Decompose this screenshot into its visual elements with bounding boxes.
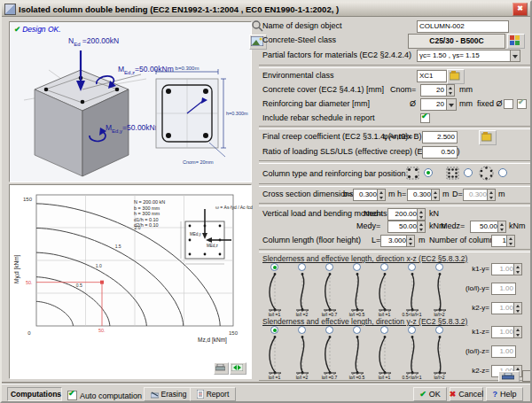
buckling-mode-radio[interactable]: [353, 326, 361, 334]
buckling-mode-option[interactable]: 0.5<lo/l<1: [398, 326, 426, 380]
medy-spinner[interactable]: [417, 221, 426, 233]
print-icon[interactable]: [498, 371, 520, 384]
buckling-mode-option[interactable]: lo/l =2: [288, 263, 316, 317]
column-type-square4-radio[interactable]: [424, 168, 433, 177]
medz-input[interactable]: 50.00: [470, 221, 500, 233]
ned-spinner[interactable]: [417, 208, 426, 221]
buckling-mode-radio[interactable]: [270, 326, 278, 334]
buckling-mode-radio[interactable]: [435, 326, 443, 334]
buckling-mode-radio[interactable]: [298, 326, 306, 334]
dim-b-input[interactable]: 0.300: [353, 189, 379, 201]
buckling-mode-radio[interactable]: [408, 263, 416, 271]
environment-input[interactable]: XC1: [417, 70, 447, 82]
buckling-mode-option[interactable]: lo/l =1: [371, 263, 398, 317]
length-input[interactable]: 3.000: [380, 235, 409, 247]
creep-input[interactable]: 2.500: [422, 131, 458, 143]
column-type-square-multibar-radio[interactable]: [464, 168, 473, 177]
medy-input[interactable]: 50.00: [387, 221, 419, 233]
row-bar-diameter: Reinforcing bar diameter [mm] Ø 20 mm fi…: [259, 97, 530, 112]
ok-check-icon: ✔: [419, 390, 426, 399]
auto-computation-checkbox[interactable]: ✔: [67, 391, 77, 400]
column-type-circle-radio[interactable]: [498, 168, 507, 177]
buckling-mode-label: 0.5<lo/l<1: [403, 312, 422, 317]
creep-calculator-icon[interactable]: [479, 130, 497, 145]
chart-legend-line: d2/h = 0.10: [134, 222, 165, 229]
close-icon[interactable]: ✖: [512, 3, 528, 16]
report-button[interactable]: Report: [190, 387, 236, 401]
class-picker-icon[interactable]: [507, 34, 525, 49]
partial-factors-dropdown-icon[interactable]: [510, 50, 520, 62]
rebar-schedule-checkbox[interactable]: ✔: [420, 113, 430, 123]
buckling-mode-option[interactable]: lo/l =2: [288, 326, 316, 380]
k1z-input[interactable]: 1.00: [491, 326, 516, 338]
bar-diameter-dropdown-icon[interactable]: [446, 98, 457, 111]
dim-b-spinner[interactable]: [377, 189, 386, 201]
erasing-icon: [151, 391, 159, 399]
bar-diameter-input[interactable]: 20: [420, 98, 447, 111]
buckling-mode-radio[interactable]: [380, 326, 388, 334]
panel-scroll-spinner[interactable]: [522, 370, 531, 382]
dim-h-input[interactable]: 0.300: [407, 189, 434, 201]
row-rebar-schedule: Include rebar schedule in report ✔: [259, 112, 530, 125]
buckling-mode-option[interactable]: lo/l =0.7: [316, 326, 343, 380]
name-input[interactable]: COLUMN-002: [417, 20, 509, 33]
cancel-button[interactable]: ✖Cancel: [450, 387, 483, 401]
lol-label: (lo/l)-y=: [449, 284, 489, 292]
ok-button[interactable]: ✔OK: [413, 387, 447, 401]
column-count-spinner[interactable]: [506, 235, 515, 247]
chart-scale-button[interactable]: [230, 362, 246, 375]
buckling-mode-radio[interactable]: [325, 326, 333, 334]
dim-d-input[interactable]: 0.300: [463, 189, 489, 201]
concrete-steel-class-button[interactable]: C25/30 - B500C: [408, 34, 505, 49]
lolz-input[interactable]: 1.00: [491, 345, 516, 358]
buckling-mode-option[interactable]: lo/l =1: [371, 326, 398, 380]
erasing-button[interactable]: Erasing: [144, 387, 193, 401]
partial-factors-select[interactable]: γc= 1.50 , γs= 1.15: [417, 50, 511, 62]
k2-input[interactable]: 1.00: [491, 302, 516, 314]
length-spinner[interactable]: [406, 235, 415, 247]
dim-d-spinner[interactable]: [487, 189, 496, 201]
ned-input[interactable]: 200.00: [387, 208, 419, 221]
buckling-mode-radio[interactable]: [298, 263, 306, 271]
cross-section-drawing: b=0.300m h=0.300m Cnom= 20mm: [149, 65, 250, 178]
interaction-chart-panel[interactable]: 0.51.01.52.0 50.50. MEd,y MEd,z 0 150 15…: [9, 184, 252, 379]
buckling-mode-option[interactable]: lo/l =0.5: [343, 263, 371, 317]
medz-spinner[interactable]: [497, 221, 506, 233]
buckling-mode-option[interactable]: lo/l =1: [261, 263, 288, 317]
square-multibar-section-icon: [445, 166, 460, 181]
buckling-mode-radio[interactable]: [435, 263, 443, 271]
buckling-mode-option[interactable]: lo/l =0.5: [343, 326, 371, 380]
row-environment: Environmental class XC1: [259, 69, 530, 83]
fixed-diameter-checkbox-2[interactable]: ✔: [517, 99, 527, 109]
buckling-mode-radio[interactable]: [325, 263, 333, 271]
ned-prefix: Ned=: [364, 209, 383, 218]
buckling-mode-option[interactable]: lo/l =0.7: [316, 263, 343, 317]
input-form-panel: Name of design object COLUMN-002 Concret…: [259, 19, 530, 374]
buckling-mode-radio[interactable]: [270, 263, 278, 271]
dim-d-prefix: D=: [452, 190, 463, 198]
k1z-spinner[interactable]: [513, 326, 522, 338]
interaction-chart: 0.51.01.52.0 50.50. MEd,y MEd,z 0 150 15…: [10, 186, 249, 360]
environment-picker-icon[interactable]: [447, 69, 465, 84]
load-ratio-input[interactable]: 0.50: [422, 146, 458, 159]
dim-h-spinner[interactable]: [431, 189, 440, 201]
chart-print-button[interactable]: [214, 362, 229, 375]
length-unit: m: [419, 236, 426, 244]
buckling-mode-option[interactable]: lo/l =1: [261, 326, 288, 380]
viewer-3d-panel[interactable]: ✔Design OK. NEd =200.00kN MEd,z=50.00kNm: [9, 21, 252, 182]
k1-spinner[interactable]: [513, 263, 522, 275]
buckling-mode-radio[interactable]: [408, 326, 416, 334]
fixed-diameter-checkbox[interactable]: [504, 99, 513, 109]
buckling-mode-label: lo/l>2: [434, 312, 444, 317]
cover-input[interactable]: 20: [420, 84, 447, 97]
computations-button[interactable]: Computations: [7, 387, 62, 401]
k2-spinner[interactable]: [513, 302, 522, 314]
buckling-mode-option[interactable]: 0.5<lo/l<1: [398, 263, 426, 317]
lol-input[interactable]: 1.00: [491, 283, 516, 295]
help-button[interactable]: ?Help: [486, 387, 523, 401]
cover-spinner[interactable]: [446, 84, 455, 97]
buckling-mode-radio[interactable]: [353, 263, 361, 271]
k1-input[interactable]: 1.00: [491, 263, 516, 275]
buckling-mode-radio[interactable]: [380, 263, 388, 271]
k1z-label: k1-z=: [458, 328, 489, 336]
